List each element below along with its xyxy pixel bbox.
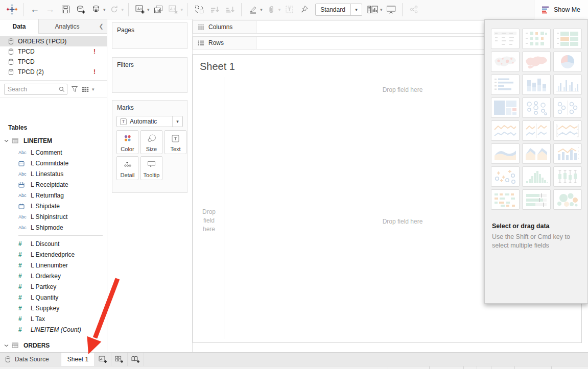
cards-dropdown-caret[interactable]: ▾ — [380, 7, 383, 12]
showme-symbol-map[interactable] — [491, 52, 520, 72]
field-l-commitdate[interactable]: L Commitdate — [0, 158, 107, 168]
fix-axes-pin-button[interactable] — [298, 3, 311, 16]
presentation-mode-button[interactable] — [385, 3, 397, 16]
table-group-orders[interactable]: ORDERS — [0, 340, 107, 351]
showme-dual-lines[interactable] — [553, 120, 582, 141]
mark-type-caret[interactable]: ▾ — [172, 116, 182, 127]
show-hide-cards-button[interactable] — [367, 3, 379, 16]
filter-fields-icon[interactable] — [71, 86, 78, 92]
highlight-dropdown-caret[interactable]: ▾ — [260, 7, 263, 12]
rows-shelf[interactable]: Rows — [193, 36, 484, 50]
fit-mode-select[interactable]: Standard ▾ — [315, 4, 362, 16]
group-dropdown-caret[interactable]: ▾ — [278, 7, 281, 12]
show-mark-labels-button[interactable] — [283, 3, 295, 16]
showme-heatmap[interactable] — [522, 29, 551, 49]
showme-packed-bubbles[interactable] — [553, 189, 582, 210]
showme-pie-chart[interactable] — [553, 52, 582, 72]
columns-shelf[interactable]: Columns — [193, 20, 484, 34]
field-l-discount[interactable]: #L Discount — [0, 238, 107, 249]
pages-card[interactable]: Pages — [112, 22, 187, 49]
tab-data-source[interactable]: Data Source — [0, 353, 61, 366]
mark-type-select[interactable]: T Automatic ▾ — [116, 116, 183, 127]
field-lineitem-count-[interactable]: #LINEITEM (Count) — [0, 324, 107, 335]
detail-button[interactable]: Detail — [116, 156, 138, 180]
showme-gantt[interactable] — [491, 189, 520, 210]
swap-rows-columns-button[interactable] — [193, 3, 205, 16]
new-worksheet-button[interactable] — [134, 3, 146, 16]
auto-updates-dropdown-caret[interactable]: ▾ — [103, 7, 106, 12]
sort-ascending-button[interactable] — [208, 3, 221, 16]
showme-histogram[interactable] — [522, 166, 551, 187]
showme-horizontal-bars[interactable] — [491, 75, 520, 95]
filters-card[interactable]: Filters — [112, 57, 187, 93]
data-source-item[interactable]: TPCD (2)! — [0, 67, 107, 77]
duplicate-sheet-button[interactable] — [152, 3, 164, 16]
text-button[interactable]: Text — [164, 130, 186, 154]
color-button[interactable]: Color — [116, 130, 138, 154]
field-l-comment[interactable]: AbcL Comment — [0, 147, 107, 158]
size-button[interactable]: Size — [140, 130, 162, 154]
new-worksheet-tab-button[interactable] — [95, 353, 111, 366]
undo-button[interactable]: ← — [29, 3, 41, 16]
field-l-linenumber[interactable]: #L Linenumber — [0, 260, 107, 270]
drop-zone-left[interactable]: Drop field here — [197, 208, 221, 234]
view-options-icon[interactable] — [82, 86, 89, 92]
tab-data[interactable]: Data — [0, 19, 39, 34]
showme-continuous-lines[interactable] — [491, 120, 520, 141]
refresh-dropdown-caret[interactable]: ▾ — [122, 7, 124, 12]
showme-treemap[interactable] — [491, 97, 520, 118]
show-me-button[interactable]: Show Me — [534, 0, 588, 19]
view-options-caret[interactable]: ▾ — [92, 87, 95, 92]
showme-continuous-area[interactable] — [491, 143, 520, 164]
new-data-source-button[interactable] — [75, 3, 87, 16]
table-group-lineitem[interactable]: LINEITEM — [0, 135, 107, 146]
field-l-receiptdate[interactable]: L Receiptdate — [0, 179, 107, 190]
new-worksheet-dropdown-caret[interactable]: ▾ — [147, 7, 150, 12]
group-members-button[interactable] — [265, 3, 277, 16]
tooltip-button[interactable]: Tooltip — [140, 156, 162, 180]
showme-stacked-bars[interactable] — [522, 75, 551, 95]
search-box[interactable] — [4, 84, 67, 95]
field-l-shipinstruct[interactable]: AbcL Shipinstruct — [0, 211, 107, 222]
showme-side-by-side-bars[interactable] — [553, 75, 582, 95]
showme-highlight-table[interactable] — [553, 29, 582, 49]
sort-descending-button[interactable] — [224, 3, 236, 16]
data-source-item[interactable]: TPCD — [0, 57, 107, 67]
clear-sheet-button[interactable] — [168, 3, 180, 16]
search-input[interactable] — [8, 86, 59, 93]
showme-filled-map[interactable] — [522, 52, 551, 72]
refresh-data-button[interactable] — [108, 3, 121, 16]
clear-sheet-dropdown-caret[interactable]: ▾ — [181, 7, 183, 12]
tab-sheet-1[interactable]: Sheet 1 — [61, 353, 95, 366]
tab-analytics[interactable]: Analytics — [39, 19, 96, 33]
data-source-item[interactable]: TPCD! — [0, 46, 107, 57]
save-button[interactable] — [59, 3, 72, 16]
field-l-shipmode[interactable]: AbcL Shipmode — [0, 222, 107, 233]
share-workbook-button[interactable] — [408, 3, 420, 16]
collapse-pane-icon[interactable]: ❮ — [96, 19, 107, 33]
highlight-button[interactable] — [247, 3, 259, 16]
redo-button[interactable]: → — [44, 3, 56, 16]
field-l-orderkey[interactable]: #L Orderkey — [0, 270, 107, 281]
field-l-linestatus[interactable]: AbcL Linestatus — [0, 168, 107, 179]
new-dashboard-tab-button[interactable] — [111, 353, 128, 366]
showme-dual-combination[interactable] — [553, 143, 582, 164]
new-story-tab-button[interactable] — [128, 353, 144, 366]
data-source-item[interactable]: ORDERS (TPCD) — [0, 36, 107, 46]
field-l-suppkey[interactable]: #L Suppkey — [0, 303, 107, 313]
field-l-tax[interactable]: #L Tax — [0, 313, 107, 324]
field-l-extendedprice[interactable]: #L Extendedprice — [0, 249, 107, 260]
showme-box-and-whisker[interactable] — [553, 166, 582, 187]
fit-mode-caret[interactable]: ▾ — [350, 4, 362, 15]
field-l-shipdate[interactable]: L Shipdate — [0, 201, 107, 211]
field-l-returnflag[interactable]: AbcL Returnflag — [0, 190, 107, 201]
showme-circle-views[interactable] — [522, 97, 551, 118]
showme-side-by-side-circles[interactable] — [553, 97, 582, 118]
showme-discrete-lines[interactable] — [522, 120, 551, 141]
showme-scatter-plot[interactable] — [491, 166, 520, 187]
showme-text-table[interactable] — [491, 29, 520, 49]
showme-bullet-graph[interactable] — [522, 189, 551, 210]
field-l-partkey[interactable]: #L Partkey — [0, 281, 107, 292]
pause-auto-updates-button[interactable] — [90, 3, 102, 16]
field-l-quantity[interactable]: #L Quantity — [0, 292, 107, 303]
